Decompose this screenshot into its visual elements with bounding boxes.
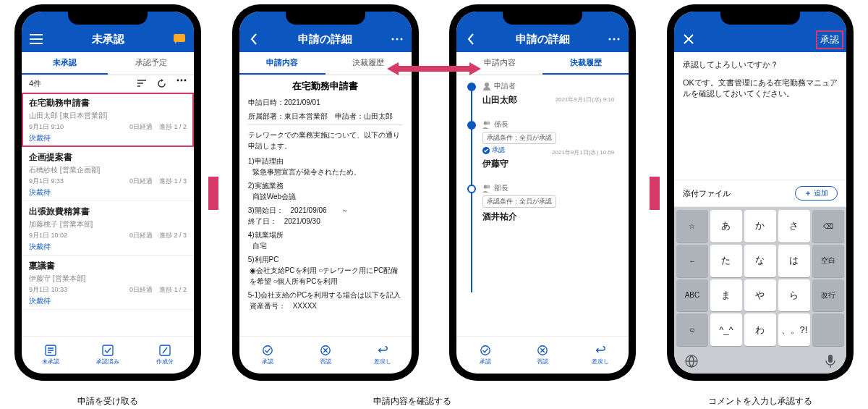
nav-mine[interactable]: 作成分 xyxy=(137,337,194,374)
sort-icon[interactable] xyxy=(137,79,147,88)
key[interactable] xyxy=(812,313,844,346)
action-approve[interactable]: 承認 xyxy=(239,337,297,374)
globe-icon[interactable] xyxy=(684,354,699,368)
list-item[interactable]: 在宅勤務申請書 山田太郎 [東日本営業部] 9月1日 9:100日経過 進捗 1… xyxy=(22,93,194,147)
phone-list: 未承認 未承認 承認予定 4件 在宅勤務申請書 山 xyxy=(14,4,201,381)
count-label: 4件 xyxy=(29,78,41,89)
svg-point-17 xyxy=(487,122,490,125)
key[interactable]: あ xyxy=(710,210,742,243)
tab-content[interactable]: 申請内容 xyxy=(239,52,326,75)
action-return[interactable]: 差戻し xyxy=(571,337,629,374)
key[interactable]: ^_^ xyxy=(710,313,742,346)
key-return[interactable]: 改行 xyxy=(812,279,844,312)
doc-title: 在宅勤務申請書 xyxy=(239,75,412,97)
svg-point-12 xyxy=(609,38,611,41)
list-toolbar: 4件 xyxy=(22,75,194,93)
more-icon[interactable] xyxy=(390,32,404,46)
request-list: 在宅勤務申請書 山田太郎 [東日本営業部] 9月1日 9:100日経過 進捗 1… xyxy=(22,93,194,336)
svg-point-7 xyxy=(391,38,393,41)
subtabs: 未承認 承認予定 xyxy=(22,52,194,75)
action-nav: 承認 否認 差戻し xyxy=(239,336,412,374)
key[interactable]: や xyxy=(744,279,776,312)
list-item[interactable]: 企画提案書 石橋紗枝 [営業企画部] 9月1日 9:330日経過 進捗 1 / … xyxy=(22,147,194,201)
list-item[interactable]: 稟議書 伊藤守 [営業本部] 9月1日 10:330日経過 進捗 1 / 2 決… xyxy=(22,256,194,310)
key[interactable]: ら xyxy=(778,279,810,312)
action-nav: 承認 否認 差戻し xyxy=(456,336,629,374)
hamburger-icon[interactable] xyxy=(29,32,43,46)
key-space[interactable]: 空白 xyxy=(812,245,844,277)
keyboard-toolbar xyxy=(674,349,846,374)
tab-scheduled[interactable]: 承認予定 xyxy=(108,52,194,75)
key[interactable]: さ xyxy=(778,210,810,243)
nav-approved[interactable]: 承認済み xyxy=(79,337,136,374)
key-emoji[interactable]: ☺ xyxy=(676,313,708,346)
comment-text[interactable]: OKです。文書管理にある在宅勤務マニュアルを確認しておいてください。 xyxy=(683,77,838,99)
nav-unapproved[interactable]: 未承認 xyxy=(22,337,79,374)
caption: 申請を受け取る xyxy=(14,395,201,408)
svg-rect-5 xyxy=(103,345,113,355)
confirm-area: 承認してよろしいですか？ OKです。文書管理にある在宅勤務マニュアルを確認してお… xyxy=(674,52,846,114)
page-title: 未承認 xyxy=(22,33,194,46)
flow-connector-icon xyxy=(650,177,660,210)
tab-unapproved[interactable]: 未承認 xyxy=(22,52,108,75)
key[interactable]: 、。?! xyxy=(778,313,810,346)
swipe-arrow-icon xyxy=(387,61,481,77)
back-icon[interactable] xyxy=(464,32,478,46)
page-title: 申請の詳細 xyxy=(239,33,412,46)
svg-point-1 xyxy=(177,80,179,82)
timeline-dot-icon xyxy=(467,83,476,91)
back-icon[interactable] xyxy=(247,32,261,46)
svg-point-21 xyxy=(481,346,490,355)
doc-body: 申請日時：2021/09/01 所属部署：東日本営業部 申請者：山田太郎 テレワ… xyxy=(239,97,412,336)
subtabs: 申請内容 決裁履歴 xyxy=(456,52,629,75)
flow-connector-icon xyxy=(208,177,218,210)
bottom-nav: 未承認 承認済み 作成分 xyxy=(22,336,194,374)
svg-point-10 xyxy=(263,346,272,355)
add-attachment-button[interactable]: ＋追加 xyxy=(795,186,838,201)
svg-point-14 xyxy=(618,38,620,41)
key[interactable]: わ xyxy=(744,313,776,346)
key[interactable]: ☆ xyxy=(676,210,708,243)
chat-icon[interactable] xyxy=(172,32,187,46)
action-reject[interactable]: 否認 xyxy=(514,337,571,374)
key[interactable]: か xyxy=(744,210,776,243)
refresh-icon[interactable] xyxy=(157,79,166,88)
phone-approve: 承認 承認してよろしいですか？ OKです。文書管理にある在宅勤務マニュアルを確認… xyxy=(667,4,854,381)
key[interactable]: な xyxy=(744,245,776,277)
approval-timeline: 申請者 2021年9月1日(水) 9:10 山田太郎 係長 承認条件：全員が承認… xyxy=(456,75,629,336)
ios-keyboard[interactable]: ☆ あ か さ ⌫ ← た な は 空白 ABC ま や ら xyxy=(674,207,846,349)
key[interactable]: ま xyxy=(710,279,742,312)
subtabs: 申請内容 決裁履歴 xyxy=(239,52,412,75)
tab-history[interactable]: 決裁履歴 xyxy=(542,52,629,75)
mic-icon[interactable] xyxy=(825,354,836,368)
svg-point-9 xyxy=(400,38,402,41)
attachment-label: 添付ファイル xyxy=(683,188,731,199)
timeline-dot-icon xyxy=(467,121,476,130)
caption: 申請内容を確認する xyxy=(217,395,608,408)
action-approve[interactable]: 承認 xyxy=(456,337,514,374)
key[interactable]: ← xyxy=(676,245,708,277)
svg-rect-24 xyxy=(828,355,833,363)
approve-button[interactable]: 承認 xyxy=(820,34,839,45)
action-reject[interactable]: 否認 xyxy=(297,337,354,374)
svg-point-3 xyxy=(184,80,187,82)
key-backspace[interactable]: ⌫ xyxy=(812,210,844,243)
svg-point-15 xyxy=(485,83,489,87)
svg-point-2 xyxy=(181,80,183,82)
confirm-question: 承認してよろしいですか？ xyxy=(683,59,838,70)
svg-point-20 xyxy=(487,185,490,189)
timeline-dot-icon xyxy=(467,185,476,193)
more-icon[interactable] xyxy=(607,32,621,46)
list-item[interactable]: 出張旅費精算書 加藤桃子 [営業本部] 9月1日 10:020日経過 進捗 2 … xyxy=(22,201,194,256)
key[interactable]: た xyxy=(710,245,742,277)
approve-button-highlight: 承認 xyxy=(816,30,843,49)
close-icon[interactable] xyxy=(681,32,696,46)
more-icon[interactable] xyxy=(176,79,187,88)
caption: コメントを入力し承認する xyxy=(667,395,854,408)
attachment-row: 添付ファイル ＋追加 xyxy=(674,180,846,207)
svg-marker-25 xyxy=(387,62,481,75)
key[interactable]: は xyxy=(778,245,810,277)
action-return[interactable]: 差戻し xyxy=(354,337,411,374)
key-abc[interactable]: ABC xyxy=(676,279,708,312)
svg-point-8 xyxy=(396,38,398,41)
